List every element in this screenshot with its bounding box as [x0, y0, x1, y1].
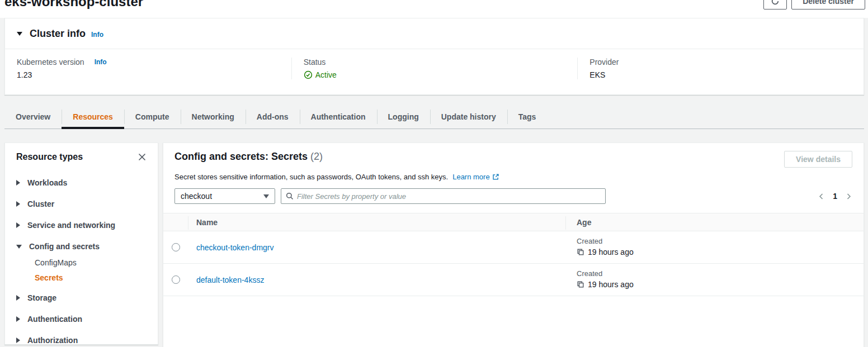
column-header-age: Age — [565, 218, 864, 227]
tab-add-ons[interactable]: Add-ons — [246, 105, 300, 129]
tab-update-history[interactable]: Update history — [430, 105, 507, 129]
sidebar-item-secrets[interactable]: Secrets — [35, 273, 147, 282]
chevron-down-icon — [16, 245, 22, 249]
copy-icon[interactable] — [577, 248, 584, 256]
delete-cluster-button[interactable]: Delete cluster — [791, 0, 865, 9]
next-page-icon[interactable] — [845, 193, 852, 200]
cluster-info-body: Kubernetes version Info 1.23 Status Acti… — [5, 49, 864, 79]
dropdown-caret-icon — [263, 194, 269, 198]
resource-types-list: Workloads Cluster Service and networking… — [16, 178, 147, 345]
cluster-info-title: Cluster info — [30, 28, 86, 40]
secrets-table: Name Age checkout-token-dmgrv Created 19… — [163, 213, 864, 296]
age-value: 19 hours ago — [588, 280, 634, 289]
provider-label: Provider — [589, 58, 619, 66]
secrets-panel: Config and secrets: Secrets (2) View det… — [163, 142, 864, 347]
row-radio-button[interactable] — [172, 243, 180, 251]
resource-types-panel: Resource types Workloads Cluster Service… — [4, 142, 158, 345]
copy-icon[interactable] — [577, 281, 584, 288]
tab-logging[interactable]: Logging — [377, 105, 430, 129]
chevron-right-icon — [16, 222, 20, 228]
kubernetes-version-info-link[interactable]: Info — [95, 58, 107, 66]
chevron-right-icon — [16, 316, 20, 322]
chevron-right-icon — [16, 338, 20, 343]
page-header: eks-workshop-cluster Delete cluster — [0, 0, 868, 18]
secrets-count: (2) — [310, 151, 323, 162]
refresh-button[interactable] — [763, 0, 787, 9]
header-actions: Delete cluster — [763, 0, 865, 9]
previous-page-icon[interactable] — [818, 193, 825, 200]
tab-compute[interactable]: Compute — [124, 105, 181, 129]
created-label: Created — [577, 269, 864, 278]
sidebar-item-storage[interactable]: Storage — [16, 293, 147, 302]
sidebar-item-service-and-networking[interactable]: Service and networking — [16, 221, 147, 230]
cluster-info-header[interactable]: Cluster info Info — [5, 18, 864, 49]
provider-value: EKS — [589, 70, 864, 79]
table-row: default-token-4kssz Created 19 hours ago — [163, 264, 864, 296]
table-row: checkout-token-dmgrv Created 19 hours ag… — [163, 231, 864, 264]
sidebar-item-authentication[interactable]: Authentication — [16, 315, 147, 324]
external-link-icon — [492, 173, 499, 180]
kubernetes-version-value: 1.23 — [17, 70, 291, 79]
secret-name-link[interactable]: checkout-token-dmgrv — [196, 243, 274, 252]
learn-more-link[interactable]: Learn more — [452, 173, 499, 181]
page-number[interactable]: 1 — [833, 192, 837, 201]
row-radio-button[interactable] — [172, 275, 180, 284]
filter-type-dropdown[interactable]: checkout — [174, 188, 275, 204]
chevron-right-icon — [16, 295, 20, 301]
search-icon — [286, 192, 294, 200]
tab-resources[interactable]: Resources — [62, 105, 124, 129]
tab-tags[interactable]: Tags — [507, 105, 548, 129]
field-status: Status Active — [291, 58, 578, 79]
page-title: eks-workshop-cluster — [4, 0, 143, 9]
tab-authentication[interactable]: Authentication — [300, 105, 377, 129]
search-box — [281, 188, 606, 204]
status-label: Status — [304, 58, 326, 66]
cluster-info-info-link[interactable]: Info — [91, 31, 103, 39]
tab-networking[interactable]: Networking — [181, 105, 246, 129]
chevron-right-icon — [16, 201, 20, 207]
cluster-info-card: Cluster info Info Kubernetes version Inf… — [4, 18, 864, 95]
created-label: Created — [577, 237, 864, 245]
sidebar-item-cluster[interactable]: Cluster — [16, 199, 147, 208]
tab-overview[interactable]: Overview — [4, 105, 62, 129]
kubernetes-version-label: Kubernetes version — [17, 58, 84, 66]
secrets-panel-title: Config and secrets: Secrets (2) — [174, 151, 323, 163]
secret-name-link[interactable]: default-token-4kssz — [196, 275, 264, 284]
view-details-button[interactable]: View details — [784, 151, 852, 168]
cluster-tabs: Overview Resources Compute Networking Ad… — [4, 105, 864, 129]
sidebar-item-authorization[interactable]: Authorization — [16, 336, 147, 345]
age-value: 19 hours ago — [588, 248, 634, 256]
close-icon[interactable] — [138, 153, 147, 161]
resource-types-title: Resource types — [16, 152, 83, 162]
refresh-icon — [771, 0, 780, 6]
sidebar-item-config-and-secrets[interactable]: Config and secrets — [16, 242, 147, 251]
secrets-description: Secret stores sensitive information, suc… — [174, 173, 448, 181]
column-header-name: Name — [188, 218, 565, 227]
status-badge: Active — [315, 70, 337, 79]
sidebar-item-configmaps[interactable]: ConfigMaps — [35, 258, 147, 267]
field-provider: Provider EKS — [577, 58, 864, 79]
status-active-icon — [304, 70, 313, 79]
collapse-caret-icon — [17, 32, 22, 36]
pagination: 1 — [818, 192, 852, 201]
sidebar-item-workloads[interactable]: Workloads — [16, 178, 147, 187]
field-kubernetes-version: Kubernetes version Info 1.23 — [5, 58, 291, 79]
chevron-right-icon — [16, 180, 20, 186]
table-header: Name Age — [163, 213, 864, 231]
search-input[interactable] — [297, 192, 601, 201]
